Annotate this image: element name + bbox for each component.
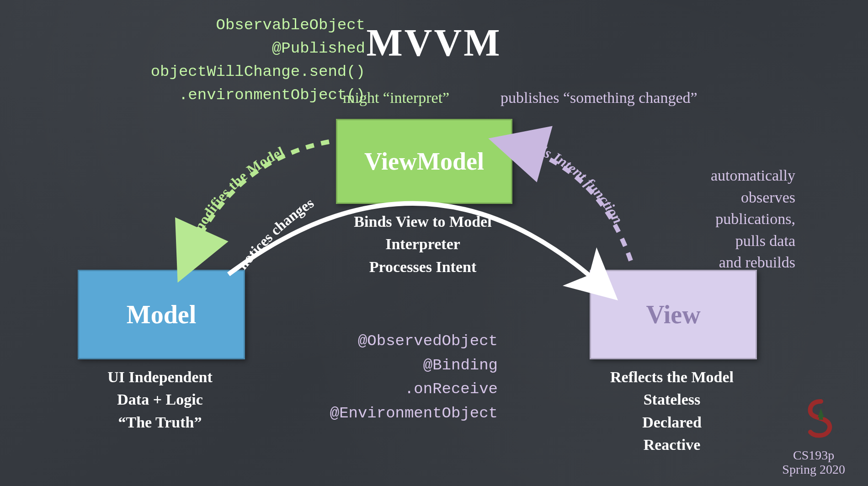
right-note-l5: and rebuilds [640,251,795,273]
keyword-observableobject: ObservableObject [151,14,365,37]
keyword-onreceive: .onReceive [330,377,498,401]
svg-text:modifies the Model: modifies the Model [188,143,287,237]
svg-text:calls Intent function: calls Intent function [522,136,626,227]
keyword-observedobject: @ObservedObject [330,329,498,353]
right-note-l4: pulls data [640,230,795,252]
label-calls-intent: calls Intent function [522,136,626,227]
viewmodel-box: ViewModel [336,119,512,204]
viewmodel-sub-3: Processes Intent [336,256,510,278]
stanford-logo-icon [805,399,837,443]
model-box: Model [78,270,245,359]
right-note-l2: observes [640,187,795,208]
view-sub-4: Reactive [590,433,754,456]
view-box: View [590,270,757,359]
keyword-environmentobject: .environmentObject() [151,84,365,107]
viewmodel-label: ViewModel [364,147,484,176]
view-sub-2: Stateless [590,388,754,411]
footer-course: CS193p [782,449,845,463]
right-note-l1: automatically [640,165,795,187]
label-notices-changes: notices changes [234,194,316,272]
footer: CS193p Spring 2020 [782,449,845,477]
annotation-publishes: publishes “something changed” [501,89,698,107]
annotation-might-interpret: might “interpret” [343,89,449,107]
viewmodel-description: Binds View to Model Interpreter Processe… [336,210,510,278]
right-note-l3: publications, [640,208,795,230]
model-sub-1: UI Independent [78,366,242,388]
view-label: View [646,300,700,329]
arrow-view-to-viewmodel [517,146,631,261]
model-label: Model [127,300,196,329]
viewmodel-sub-1: Binds View to Model [336,210,510,233]
view-description: Reflects the Model Stateless Declared Re… [590,366,754,456]
view-sub-3: Declared [590,411,754,433]
keyword-binding: @Binding [330,353,498,378]
footer-term: Spring 2020 [782,463,845,477]
keyword-objectwillchange: objectWillChange.send() [151,60,365,84]
svg-text:notices changes: notices changes [234,194,316,272]
view-keywords: @ObservedObject @Binding .onReceive @Env… [330,329,498,426]
model-sub-3: “The Truth” [78,411,242,433]
label-modifies-model: modifies the Model [188,143,287,237]
viewmodel-keywords: ObservableObject @Published objectWillCh… [151,14,365,107]
model-sub-2: Data + Logic [78,388,242,411]
arrow-viewmodel-to-model [190,142,329,256]
keyword-published: @Published [151,37,365,60]
view-sub-1: Reflects the Model [590,366,754,388]
viewmodel-sub-2: Interpreter [336,233,510,255]
keyword-environmentobject-view: @EnvironmentObject [330,401,498,426]
diagram-title: MVVM [367,21,502,65]
model-description: UI Independent Data + Logic “The Truth” [78,366,242,433]
annotation-auto-observes: automatically observes publications, pul… [640,165,795,273]
